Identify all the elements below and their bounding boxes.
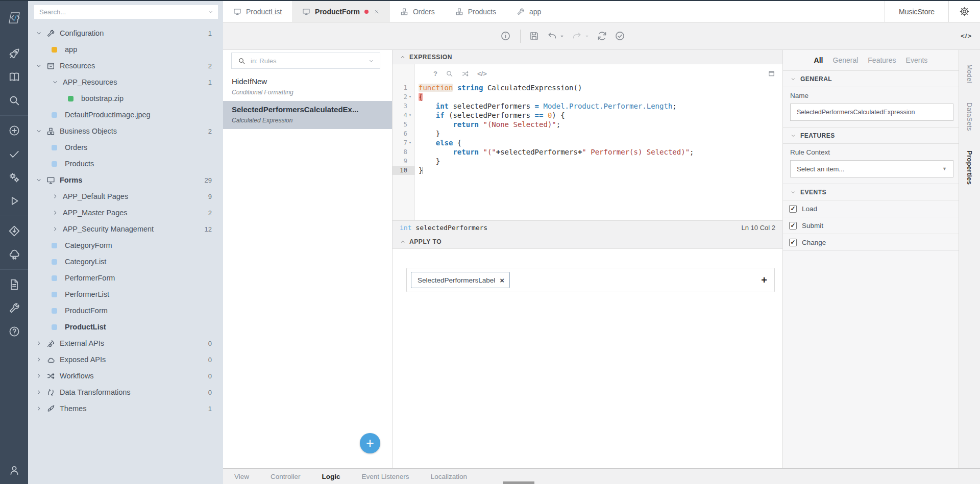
code-line[interactable]: 6 } <box>393 129 782 138</box>
activity-button-check[interactable] <box>0 142 28 166</box>
tree-item[interactable]: Themes1 <box>28 400 223 417</box>
tree-item[interactable]: Data Transformations0 <box>28 384 223 400</box>
help-button[interactable]: ? <box>433 70 437 78</box>
shuffle-button[interactable] <box>461 70 469 78</box>
checkbox-load[interactable]: ✓ <box>789 205 797 213</box>
code-line[interactable]: 10} <box>393 166 782 175</box>
activity-button-plus-circle[interactable] <box>0 119 28 142</box>
field-select[interactable]: Select an item...▼ <box>790 160 953 177</box>
tree-item[interactable]: Workflows0 <box>28 368 223 384</box>
info-button[interactable] <box>500 31 511 41</box>
activity-button-book[interactable] <box>0 65 28 89</box>
chevron-down-icon[interactable] <box>35 30 46 37</box>
bottom-tab-event-listeners[interactable]: Event Listeners <box>362 473 409 480</box>
tree-item[interactable]: Products <box>28 156 223 172</box>
chevron-right-icon[interactable] <box>35 340 46 347</box>
search-button[interactable] <box>446 70 453 78</box>
activity-button-wrench[interactable] <box>0 296 28 320</box>
tab-products[interactable]: Products <box>445 1 506 22</box>
rule-item[interactable]: SelectedPerformersCalculatedEx...Calcula… <box>223 101 392 129</box>
checkbox-change[interactable]: ✓ <box>789 239 797 246</box>
tree-item[interactable]: Business Objects2 <box>28 123 223 139</box>
dock-tab-datasets[interactable]: DataSets <box>966 103 973 131</box>
rules-search-input[interactable] <box>251 57 368 65</box>
tree-item[interactable]: bootstrap.zip <box>28 90 223 107</box>
code-line[interactable]: 8 return "("+selectedPerformers+" Perfor… <box>393 147 782 157</box>
expression-section-header[interactable]: EXPRESSION <box>393 50 782 64</box>
apply-to-section-header[interactable]: APPLY TO <box>393 235 782 249</box>
add-target-button[interactable]: + <box>761 274 767 286</box>
app-logo[interactable] <box>0 6 28 30</box>
tree-item[interactable]: Configuration1 <box>28 25 223 41</box>
code-line[interactable]: 5 return "(None Selected)"; <box>393 120 782 129</box>
rule-item[interactable]: HideIfNewConditional Formatting <box>223 73 392 101</box>
code-view-toggle[interactable]: </> <box>961 32 980 40</box>
activity-button-help[interactable] <box>0 320 28 343</box>
code-view-button[interactable]: </> <box>477 70 487 78</box>
tree-item[interactable]: APP_Master Pages2 <box>28 205 223 221</box>
chevron-right-icon[interactable] <box>52 225 63 233</box>
tree-item[interactable]: CategoryForm <box>28 237 223 253</box>
properties-tab-features[interactable]: Features <box>868 56 896 64</box>
section-header-features[interactable]: FEATURES <box>783 127 959 144</box>
chevron-right-icon[interactable] <box>35 372 46 379</box>
code-line[interactable]: 9 } <box>393 157 782 166</box>
activity-button-document[interactable] <box>0 273 28 296</box>
code-line[interactable]: 7▾ else { <box>393 138 782 147</box>
fold-marker[interactable]: ▾ <box>407 111 413 120</box>
tree-item[interactable]: APP_Security Management12 <box>28 221 223 237</box>
chevron-down-icon[interactable] <box>368 58 375 64</box>
save-button[interactable] <box>529 31 540 41</box>
code-editor[interactable]: ?</> 1function string CalculatedExpressi… <box>393 64 782 220</box>
remove-target-icon[interactable]: × <box>500 276 504 285</box>
chevron-down-icon[interactable] <box>35 128 46 135</box>
tree-item[interactable]: Orders <box>28 139 223 156</box>
bottom-tab-controller[interactable]: Controller <box>271 473 301 480</box>
horizontal-scrollbar-thumb[interactable] <box>503 481 534 484</box>
fold-marker[interactable]: ▾ <box>407 138 413 147</box>
refresh-button[interactable] <box>597 31 607 41</box>
bottom-tab-view[interactable]: View <box>234 473 249 480</box>
activity-button-cloud-sync[interactable] <box>0 243 28 266</box>
tree-item[interactable]: CategoryList <box>28 253 223 270</box>
properties-tab-general[interactable]: General <box>833 56 859 64</box>
code-line[interactable]: 3 int selectedPerformers = Model.Product… <box>393 101 782 111</box>
tab-productlist[interactable]: ProductList <box>223 1 292 22</box>
tab-productform[interactable]: ProductForm <box>292 1 390 22</box>
checkbox-submit[interactable]: ✓ <box>789 222 797 230</box>
tree-item[interactable]: External APIs0 <box>28 335 223 351</box>
tree-item[interactable]: APP_Resources1 <box>28 74 223 90</box>
validate-button[interactable] <box>615 31 625 41</box>
code-line[interactable]: 2▾{ <box>393 92 782 101</box>
code-line[interactable]: 4▾ if (selectedPerformers == 0) { <box>393 111 782 120</box>
chevron-down-icon[interactable] <box>35 62 46 69</box>
properties-tab-events[interactable]: Events <box>906 56 928 64</box>
section-header-events[interactable]: EVENTS <box>783 184 959 200</box>
dock-tab-model[interactable]: Model <box>966 64 973 83</box>
tree-item[interactable]: PerformerForm <box>28 270 223 286</box>
tree-item[interactable]: Resources2 <box>28 58 223 74</box>
bottom-tab-logic[interactable]: Logic <box>322 473 340 480</box>
tab-app[interactable]: app <box>506 1 551 22</box>
field-input[interactable] <box>790 104 953 121</box>
chevron-down-icon[interactable] <box>207 9 214 15</box>
tree-item[interactable]: ProductForm <box>28 302 223 319</box>
section-header-general[interactable]: GENERAL <box>783 70 959 87</box>
chevron-right-icon[interactable] <box>35 356 46 363</box>
tree-item[interactable]: app <box>28 41 223 58</box>
activity-button-deploy[interactable] <box>0 219 28 243</box>
fold-marker[interactable]: ▾ <box>407 92 413 101</box>
chevron-right-icon[interactable] <box>35 389 46 396</box>
tab-orders[interactable]: Orders <box>390 1 445 22</box>
chevron-right-icon[interactable] <box>52 209 63 216</box>
chevron-right-icon[interactable] <box>52 193 63 200</box>
tree-item[interactable]: ProductList <box>28 319 223 335</box>
activity-button-play[interactable] <box>0 189 28 213</box>
tree-item[interactable]: APP_Default Pages9 <box>28 188 223 205</box>
activity-button-rocket[interactable] <box>0 42 28 65</box>
add-rule-button[interactable]: + <box>360 433 380 453</box>
activity-button-gears[interactable] <box>0 166 28 189</box>
activity-button-user[interactable] <box>0 458 28 482</box>
dock-tab-properties[interactable]: Properties <box>966 150 973 185</box>
tree-item[interactable]: Exposed APIs0 <box>28 351 223 368</box>
